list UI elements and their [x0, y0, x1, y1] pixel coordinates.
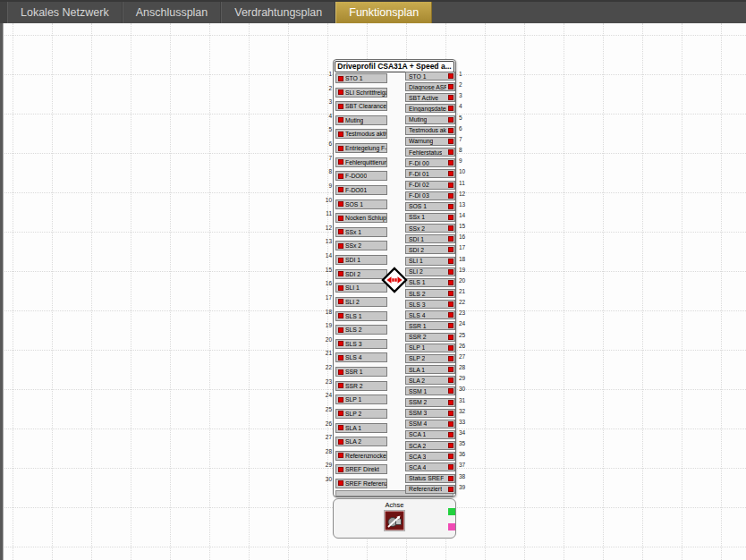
output-port[interactable]: F-DI 02	[405, 181, 455, 190]
output-port[interactable]: SSM 1	[405, 386, 455, 395]
output-port[interactable]: SLS 2	[405, 289, 455, 298]
output-port[interactable]: SLA 1	[405, 365, 455, 374]
input-port[interactable]: SSx 1	[335, 227, 387, 237]
function-plan-canvas[interactable]: Driveprofil CSA31A + Speed a... 1STO 12S…	[0, 23, 746, 560]
output-port[interactable]: Status SREF	[405, 474, 455, 483]
grid-line	[288, 23, 289, 560]
input-number: 21	[323, 350, 332, 357]
output-port[interactable]: SCA 4	[405, 462, 455, 471]
output-port[interactable]: SOS 1	[405, 202, 455, 211]
output-port[interactable]: SDI 1	[405, 234, 455, 243]
output-port[interactable]: STO 1	[405, 72, 455, 81]
input-number: 9	[323, 182, 332, 190]
input-port[interactable]: SLA 1	[335, 423, 387, 433]
input-port[interactable]: F-DO01	[335, 185, 387, 195]
output-port[interactable]: SCA 2	[405, 441, 455, 450]
input-port[interactable]: Entriegelung F-DI	[335, 143, 387, 153]
input-number: 2	[323, 85, 332, 92]
output-port[interactable]: F-DI 03	[405, 191, 455, 200]
output-number: 10	[459, 168, 470, 175]
output-port[interactable]: SLS 4	[405, 310, 455, 319]
output-port[interactable]: SLS 3	[405, 300, 455, 309]
input-number: 28	[323, 448, 332, 455]
input-label: SREF Referenzfahrt	[345, 479, 386, 488]
input-port[interactable]: SDI 1	[335, 255, 387, 265]
tab-anschlussplan[interactable]: Anschlussplan	[123, 2, 222, 23]
input-port[interactable]: SREF Direkt	[335, 464, 387, 474]
port-state-square	[448, 73, 454, 79]
output-port[interactable]: Muting	[405, 115, 455, 124]
output-port[interactable]: SSM 3	[405, 409, 455, 418]
input-port[interactable]: SREF Referenzfahrt	[335, 479, 387, 488]
port-state-square	[338, 439, 343, 445]
port-state-square	[338, 187, 343, 192]
axis-port-magenta[interactable]	[448, 523, 455, 530]
output-port[interactable]: Warnung	[405, 137, 455, 146]
input-port[interactable]: Referenznocken	[335, 451, 387, 461]
input-port[interactable]: SSR 1	[335, 367, 387, 377]
output-port[interactable]: Diagnose ASF	[405, 82, 455, 91]
output-port[interactable]: SDI 2	[405, 245, 455, 254]
output-port[interactable]: SSx 2	[405, 224, 455, 233]
input-port[interactable]: SLP 1	[335, 395, 387, 404]
port-state-square	[338, 397, 343, 403]
tab-funktionsplan[interactable]: Funktionsplan	[335, 2, 432, 23]
output-port[interactable]: SSx 1	[405, 213, 455, 222]
input-port[interactable]: SBT Clearance	[335, 101, 387, 111]
input-port[interactable]: SLS 2	[335, 325, 387, 335]
input-port[interactable]: SSR 2	[335, 381, 387, 391]
input-port[interactable]: SLI Schrittfreigabe	[335, 88, 387, 98]
input-port[interactable]: SLS 1	[335, 311, 387, 321]
input-port[interactable]: SLI 2	[335, 297, 387, 307]
grid-line	[524, 23, 525, 560]
output-port[interactable]: SSR 1	[405, 321, 455, 330]
tab-lokales-netzwerk[interactable]: Lokales Netzwerk	[7, 2, 123, 23]
output-port[interactable]: Fehlerstatus	[405, 148, 455, 157]
input-port[interactable]: SLA 2	[335, 437, 387, 446]
output-port[interactable]: SLA 2	[405, 376, 455, 385]
input-port[interactable]: SLS 4	[335, 352, 387, 362]
output-port[interactable]: SSR 2	[405, 333, 455, 342]
output-port[interactable]: SBT Active	[405, 93, 455, 102]
output-label: SLS 2	[409, 290, 426, 298]
input-number: 18	[323, 309, 332, 316]
output-number: 21	[459, 288, 470, 295]
tab-verdrahtungsplan[interactable]: Verdrahtungsplan	[221, 2, 335, 23]
output-port[interactable]: SLP 2	[405, 354, 455, 363]
output-port[interactable]: Testmodus aktiv	[405, 126, 455, 135]
output-port[interactable]: F-DI 00	[405, 158, 455, 167]
output-port[interactable]: SLI 1	[405, 257, 455, 266]
input-port[interactable]: Testmodus aktiv	[335, 129, 387, 139]
grid-line	[564, 23, 564, 560]
output-port[interactable]: SLI 2	[405, 267, 455, 276]
grid-line	[721, 23, 722, 560]
output-port[interactable]: F-DI 01	[405, 169, 455, 178]
port-state-square	[448, 367, 454, 372]
output-port[interactable]: Referenziert	[405, 485, 455, 494]
axis-box[interactable]: Achse	[333, 498, 456, 539]
port-state-square	[448, 388, 454, 394]
output-port[interactable]: SSM 4	[405, 420, 455, 428]
output-port[interactable]: SSM 2	[405, 398, 455, 407]
input-port[interactable]: SSx 2	[335, 241, 387, 250]
output-port[interactable]: Eingangsdaten gültig	[405, 104, 455, 113]
port-state-square	[448, 312, 454, 318]
output-port[interactable]: SCA 1	[405, 430, 455, 439]
output-number: 13	[459, 201, 470, 208]
output-number: 22	[459, 299, 470, 306]
input-port[interactable]: SLP 2	[335, 409, 387, 419]
output-number: 23	[459, 310, 470, 317]
input-port[interactable]: Muting	[335, 115, 387, 125]
output-port[interactable]: SLP 1	[405, 344, 455, 352]
output-port[interactable]: SCA 3	[405, 452, 455, 461]
input-port[interactable]: F-DO00	[335, 171, 387, 181]
input-port[interactable]: SLS 3	[335, 339, 387, 349]
input-number: 15	[323, 267, 332, 274]
output-port[interactable]: SLS 1	[405, 278, 455, 287]
input-port[interactable]: Nocken Schlupfabgleich	[335, 213, 387, 223]
input-port[interactable]: SOS 1	[335, 199, 387, 209]
port-state-square	[448, 269, 454, 275]
input-port[interactable]: Fehlerquittierung	[335, 157, 387, 167]
axis-port-green[interactable]	[448, 508, 455, 515]
input-port[interactable]: STO 1	[335, 73, 387, 83]
